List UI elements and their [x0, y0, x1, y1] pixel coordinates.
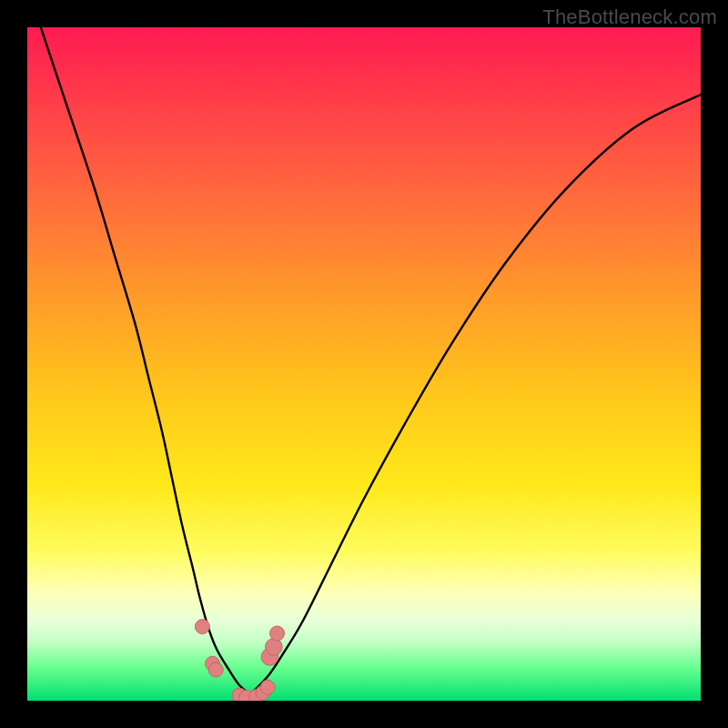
- chart-frame: TheBottleneck.com: [0, 0, 728, 728]
- plot-area: [27, 27, 701, 701]
- data-marker: [195, 620, 209, 634]
- curve-layer: [27, 27, 701, 701]
- curve-right-branch: [249, 95, 701, 694]
- watermark-text: TheBottleneck.com: [542, 5, 717, 29]
- data-marker: [270, 626, 285, 641]
- curve-left-branch: [41, 27, 249, 694]
- data-marker: [260, 680, 275, 694]
- data-marker: [208, 662, 223, 677]
- data-marker: [266, 638, 283, 655]
